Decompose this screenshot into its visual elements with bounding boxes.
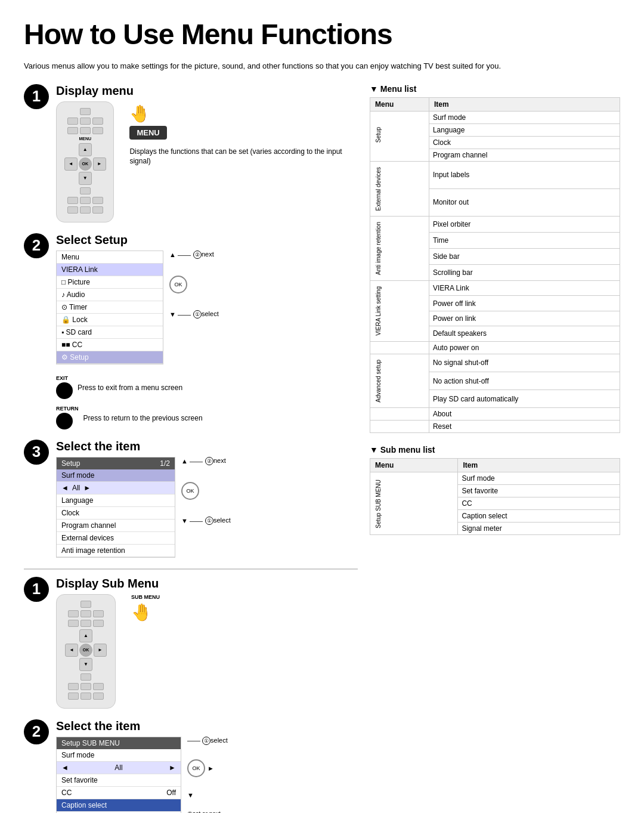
menu-hand-icon: 🤚: [129, 104, 358, 123]
nav-ok[interactable]: OK: [79, 157, 92, 171]
submenu-header: Setup SUB MENU: [57, 737, 181, 749]
menu-item-timer[interactable]: ⊙ Timer: [57, 301, 163, 314]
table-row: Advanced setup No signal shut-off: [370, 354, 620, 372]
viera-link-cell: VIERA Link setting: [370, 280, 429, 341]
exit-label: EXIT: [56, 375, 73, 381]
intro-text: Various menus allow you to make settings…: [24, 60, 620, 72]
v-sub-menu-table: Menu Item Setup SUB MENU Surf mode Set f…: [370, 458, 620, 535]
setup-arrows: ▲ —— ②next OK ▼ —— ①select: [169, 251, 219, 319]
setup-menu-panel: Menu VIERA Link □ Picture ♪ Audio ⊙ Time…: [56, 251, 163, 364]
menu-item-setup[interactable]: ⚙ Setup: [57, 351, 163, 364]
sub-item-caption[interactable]: Caption select: [57, 799, 181, 812]
nav-up[interactable]: ▲: [79, 143, 92, 156]
menu-item-picture[interactable]: □ Picture: [57, 276, 163, 289]
col-menu: Menu: [370, 97, 429, 111]
return-text: Press to return to the previous screen: [83, 414, 203, 422]
item-surf-mode: Surf mode: [429, 111, 620, 123]
item-about: About: [429, 408, 620, 421]
set-next-label: ②set or next: [187, 811, 228, 814]
exit-text: Press to exit from a menu screen: [78, 384, 182, 392]
menu-item-menu[interactable]: Menu: [57, 251, 163, 264]
advanced-cell: Advanced setup: [370, 354, 429, 408]
exit-button[interactable]: [56, 382, 73, 399]
item-power-off: Power off link: [429, 296, 620, 311]
item-reset: Reset: [429, 421, 620, 433]
sub-menu-cell: Setup SUB MENU: [370, 472, 458, 535]
table-row: VIERA Link setting VIERA Link: [370, 280, 620, 295]
select-setup-title: Select Setup: [56, 233, 358, 247]
sub-step1-number: 1: [24, 577, 49, 602]
item-language: Language: [429, 123, 620, 136]
step1-number: 1: [24, 84, 49, 109]
step2-number: 2: [24, 233, 49, 258]
step3-number: 3: [24, 440, 49, 465]
ok-button-2[interactable]: OK: [169, 276, 187, 293]
menu-item-lock[interactable]: 🔒 Lock: [57, 314, 163, 326]
item-monitor-out: Monitor out: [429, 188, 620, 216]
v-sub-menu-title: ▼ Sub menu list: [370, 445, 620, 455]
menu-item-sdcard[interactable]: ▪ SD card: [57, 326, 163, 339]
sub-item-set-fav: Set favorite: [458, 485, 620, 497]
item-program-channel[interactable]: Program channel: [57, 520, 175, 532]
item-viera-link: VIERA Link: [429, 280, 620, 295]
return-button[interactable]: [56, 413, 73, 429]
table-row: External devices Input labels: [370, 161, 620, 188]
item-no-signal: No signal shut-off: [429, 354, 620, 372]
nav-ok-2[interactable]: OK: [79, 644, 92, 657]
sub-item-cc[interactable]: CCOff: [57, 787, 181, 799]
item-auto-power: Auto power on: [429, 341, 620, 354]
select-item-2-title: Select the item: [56, 719, 358, 733]
item-external-devices[interactable]: External devices: [57, 532, 175, 545]
col-item: Item: [429, 97, 620, 111]
menu-item-cc[interactable]: ■■ CC: [57, 339, 163, 351]
sub-col-menu: Menu: [370, 459, 458, 472]
menu-bullet-text: Displays the functions that can be set (…: [129, 147, 358, 167]
ext-devices-cell: External devices: [370, 161, 429, 216]
item-surf-mode[interactable]: Surf mode: [57, 469, 175, 482]
nav-right[interactable]: ►: [93, 157, 106, 171]
exit-note: EXIT Press to exit from a menu screen: [56, 375, 358, 401]
sub-item-caption-select: Caption select: [458, 510, 620, 523]
item-power-on: Power on link: [429, 311, 620, 326]
sub-item-signal-meter: Signal meter: [458, 523, 620, 535]
nav-down[interactable]: ▼: [79, 172, 92, 185]
nav-left-2[interactable]: ◄: [65, 644, 78, 657]
sub-item-all[interactable]: ◄All►: [57, 762, 181, 774]
item-program-channel: Program channel: [429, 149, 620, 161]
item-language[interactable]: Language: [57, 494, 175, 507]
nav-up-2[interactable]: ▲: [79, 629, 92, 642]
item-clock[interactable]: Clock: [57, 507, 175, 520]
item-input-labels: Input labels: [429, 161, 620, 188]
item-pixel-orbiter: Pixel orbiter: [429, 216, 620, 232]
empty-cell-2: [370, 408, 429, 421]
nav-right-2[interactable]: ►: [94, 644, 107, 657]
table-row: Setup Surf mode: [370, 111, 620, 123]
ok-button-sub[interactable]: OK: [187, 759, 205, 777]
remote-menu-label: MENU: [61, 137, 109, 141]
select-item-title: Select the item: [56, 440, 358, 453]
anti-image-cell: Anti image retention: [370, 216, 429, 280]
menu-button-label[interactable]: MENU: [129, 126, 166, 140]
sub-item-set-fav[interactable]: Set favorite: [57, 774, 181, 787]
menu-item-audio[interactable]: ♪ Audio: [57, 289, 163, 301]
page-title: How to Use Menu Functions: [24, 18, 620, 51]
remote-1: MENU ▲ ◄ OK ► ▼: [56, 101, 114, 222]
item-scrolling-bar: Scrolling bar: [429, 264, 620, 280]
remote-2: ▲ ◄ OK ► ▼: [56, 594, 116, 709]
item-side-bar: Side bar: [429, 248, 620, 264]
table-row: Setup SUB MENU Surf mode: [370, 472, 620, 485]
item-all-row[interactable]: ◄All►: [57, 482, 175, 494]
menu-item-viera[interactable]: VIERA Link: [57, 264, 163, 276]
item-clock: Clock: [429, 136, 620, 149]
item-anti-image[interactable]: Anti image retention: [57, 545, 175, 557]
empty-cell: [370, 341, 429, 354]
table-row: Anti image retention Pixel orbiter: [370, 216, 620, 232]
return-label: RETURN: [56, 406, 79, 412]
sub-menu-hand-icon: 🤚: [131, 602, 160, 622]
ok-button-3[interactable]: OK: [181, 482, 199, 500]
nav-down-2[interactable]: ▼: [79, 658, 92, 671]
item-panel: Setup 1/2 Surf mode ◄All► Language Clock…: [56, 457, 175, 558]
nav-left[interactable]: ◄: [64, 157, 78, 171]
sub-item-surf[interactable]: Surf mode: [57, 749, 181, 762]
sub-col-item: Item: [458, 459, 620, 472]
